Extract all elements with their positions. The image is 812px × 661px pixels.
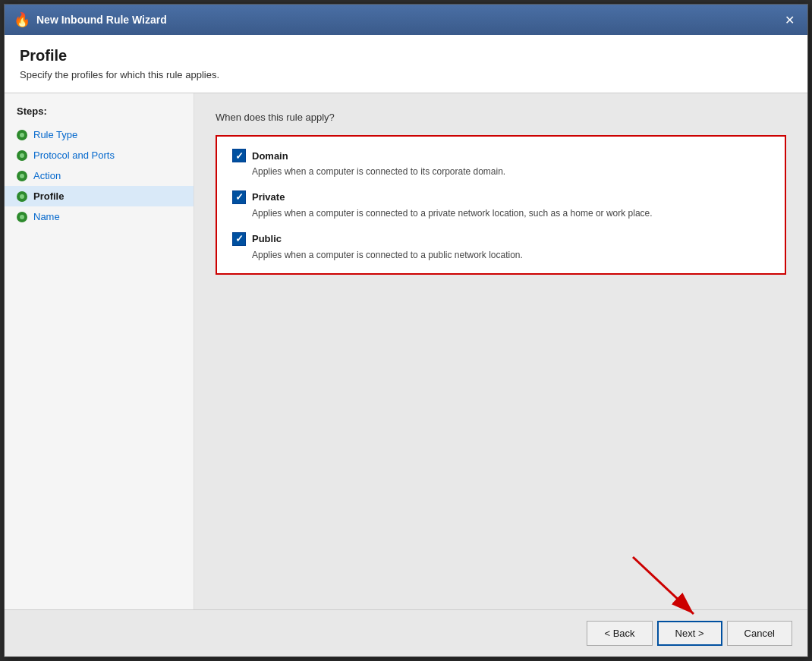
sidebar-step-1[interactable]: Protocol and Ports [5, 145, 194, 165]
sidebar-step-4[interactable]: Name [5, 206, 194, 227]
cancel-button[interactable]: Cancel [727, 621, 792, 646]
footer: < Back Next > Cancel [5, 609, 807, 656]
step-label-4: Name [33, 211, 60, 222]
step-label-3: Profile [33, 190, 64, 202]
header-section: Profile Specify the profiles for which t… [5, 35, 807, 93]
sidebar-step-2[interactable]: Action [5, 165, 194, 186]
dialog-title: New Inbound Rule Wizard [36, 14, 167, 26]
option-desc-1: Applies when a computer is connected to … [252, 207, 770, 220]
option-label-1: Private [252, 191, 285, 203]
profile-option-0: Domain Applies when a computer is connec… [232, 149, 770, 178]
step-label-1: Protocol and Ports [33, 150, 115, 161]
option-header-1: Private [232, 190, 770, 204]
profile-option-2: Public Applies when a computer is connec… [232, 232, 770, 262]
option-header-2: Public [232, 232, 770, 246]
content-area: Steps: Rule TypeProtocol and PortsAction… [5, 93, 807, 609]
arrow-indicator [618, 549, 709, 625]
title-bar: 🔥 New Inbound Rule Wizard ✕ [5, 5, 807, 35]
option-label-2: Public [252, 233, 282, 244]
step-dot-1 [17, 150, 27, 161]
question-text: When does this rule apply? [216, 112, 786, 123]
page-title: Profile [20, 47, 792, 65]
checkbox-0[interactable] [232, 149, 246, 162]
option-header-0: Domain [232, 149, 770, 162]
page-subtitle: Specify the profiles for which this rule… [20, 69, 792, 80]
step-dot-0 [17, 130, 27, 140]
svg-line-1 [633, 557, 694, 614]
step-dot-4 [17, 212, 27, 222]
main-panel: When does this rule apply? Domain Applie… [194, 93, 807, 609]
step-label-2: Action [33, 170, 61, 181]
step-dot-3 [17, 191, 27, 202]
dialog-window: 🔥 New Inbound Rule Wizard ✕ Profile Spec… [4, 4, 808, 657]
sidebar-step-0[interactable]: Rule Type [5, 124, 194, 145]
checkbox-1[interactable] [232, 190, 246, 204]
steps-label: Steps: [5, 105, 194, 117]
option-desc-2: Applies when a computer is connected to … [252, 249, 770, 262]
profile-box: Domain Applies when a computer is connec… [216, 135, 786, 275]
sidebar: Steps: Rule TypeProtocol and PortsAction… [5, 93, 194, 609]
close-button[interactable]: ✕ [780, 11, 798, 29]
step-dot-2 [17, 171, 27, 181]
sidebar-step-3[interactable]: Profile [5, 186, 194, 206]
checkbox-2[interactable] [232, 232, 246, 246]
app-icon: 🔥 [14, 11, 30, 28]
option-label-0: Domain [252, 150, 288, 162]
option-desc-0: Applies when a computer is connected to … [252, 165, 770, 178]
title-bar-left: 🔥 New Inbound Rule Wizard [14, 11, 167, 28]
step-label-0: Rule Type [33, 129, 77, 140]
profile-option-1: Private Applies when a computer is conne… [232, 190, 770, 220]
